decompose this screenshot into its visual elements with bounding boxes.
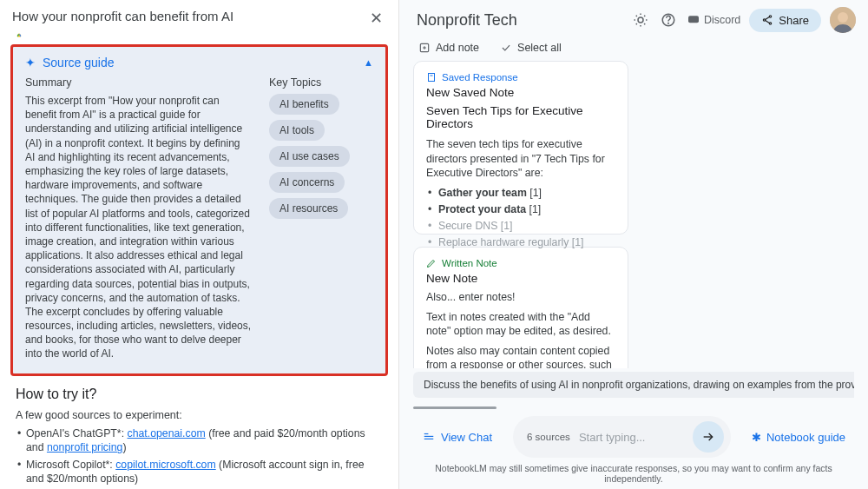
svg-point-12 — [770, 16, 772, 17]
svg-point-0 — [638, 17, 643, 23]
check-icon — [500, 42, 512, 54]
sparkle-icon: ✦ — [25, 56, 36, 69]
prompt-input[interactable]: 6 sources Start typing... — [513, 416, 731, 458]
help-icon[interactable] — [659, 10, 678, 30]
svg-point-14 — [770, 23, 772, 24]
topic-chip[interactable]: AI use cases — [269, 146, 350, 167]
svg-line-15 — [766, 17, 770, 20]
svg-line-6 — [644, 23, 645, 24]
card-body: Text in notes created with the "Add note… — [426, 310, 615, 339]
suggestion-chip[interactable]: Discuss the benefits of using AI in nonp… — [413, 372, 854, 398]
summary-text: This excerpt from "How your nonprofit ca… — [25, 94, 252, 361]
list-item: Secure DNS [1] — [438, 219, 615, 234]
arrow-right-icon — [701, 430, 715, 444]
notes-toolbar: Add note Select all — [399, 36, 868, 61]
source-guide-header[interactable]: ✦ Source guide ▲ — [25, 56, 373, 69]
svg-point-18 — [838, 12, 848, 23]
link[interactable]: copilot.microsoft.com — [115, 459, 216, 471]
card-body: Notes also may contain content copied fr… — [426, 344, 615, 368]
pencil-icon — [426, 258, 437, 268]
svg-line-5 — [636, 16, 637, 17]
link[interactable]: chat.openai.com — [127, 427, 205, 439]
link[interactable]: nonprofit pricing — [47, 441, 123, 453]
notebook-title: Nonprofit Tech — [417, 11, 622, 30]
source-guide-title: Source guide — [43, 56, 115, 69]
drive-icon — [12, 33, 26, 37]
notebook-guide-button[interactable]: ✱ Notebook guide — [743, 431, 854, 444]
prompt-placeholder: Start typing... — [579, 431, 684, 444]
list-item: Replace hardware regularly [1] — [438, 235, 615, 250]
list-item: Gather your team [1] — [438, 186, 615, 201]
card-title: New Saved Note — [426, 86, 615, 99]
how-to-try-section: How to try it? A few good sources to exp… — [0, 381, 398, 489]
right-header: Nonprofit Tech Discord Share — [399, 0, 868, 36]
scroll-indicator — [413, 406, 496, 409]
topic-chip[interactable]: AI resources — [269, 198, 348, 219]
sparkle-icon: ✱ — [752, 431, 761, 444]
bottom-bar: Discuss the benefits of using AI in nonp… — [399, 368, 868, 489]
bookmark-icon — [426, 72, 437, 83]
topic-chip[interactable]: AI concerns — [269, 172, 345, 193]
ai-tools-list: OpenAI's ChatGPT*: chat.openai.com (free… — [16, 426, 383, 489]
share-icon — [761, 14, 773, 26]
note-card[interactable]: Saved Response New Saved Note Seven Tech… — [413, 61, 628, 235]
source-guide-card: ✦ Source guide ▲ Summary This excerpt fr… — [10, 44, 388, 376]
share-button[interactable]: Share — [749, 9, 821, 32]
note-card[interactable]: Written Note New Note Also... enter note… — [413, 247, 628, 368]
topic-chip[interactable]: AI tools — [269, 120, 325, 141]
left-panel: How your nonprofit can benefit from AI ✕… — [0, 0, 399, 489]
topic-chip[interactable]: AI benefits — [269, 94, 339, 115]
send-button[interactable] — [693, 421, 724, 453]
card-subtitle: Seven Tech Tips for Executive Directors — [426, 104, 615, 130]
discord-button[interactable]: Discord — [687, 13, 740, 27]
right-panel: Nonprofit Tech Discord Share Add note Se… — [399, 0, 868, 489]
summary-label: Summary — [25, 76, 252, 89]
list-item: Protect your data [1] — [438, 202, 615, 217]
disclaimer-text: NotebookLM may still sometimes give inac… — [413, 463, 854, 484]
view-chat-button[interactable]: View Chat — [413, 431, 501, 444]
collapse-icon[interactable]: ▲ — [364, 57, 373, 68]
svg-line-8 — [644, 16, 645, 17]
list-item: Microsoft Copilot*: copilot.microsoft.co… — [26, 458, 383, 486]
source-doc-title: How your nonprofit can benefit from AI — [12, 9, 359, 23]
card-body: Also... enter notes! — [426, 290, 615, 305]
chat-icon — [422, 431, 436, 443]
left-header: How your nonprofit can benefit from AI ✕ — [0, 0, 398, 31]
notes-grid: Saved Response New Saved Note Seven Tech… — [399, 61, 868, 368]
saved-response-tag: Saved Response — [426, 72, 615, 83]
avatar[interactable] — [830, 7, 856, 33]
add-note-button[interactable]: Add note — [418, 42, 479, 54]
close-icon[interactable]: ✕ — [365, 9, 388, 28]
how-to-try-intro: A few good sources to experiment: — [16, 409, 383, 421]
written-note-tag: Written Note — [426, 258, 615, 268]
svg-rect-26 — [424, 433, 429, 434]
how-to-try-heading: How to try it? — [16, 387, 383, 402]
svg-rect-28 — [424, 439, 434, 439]
svg-rect-22 — [429, 74, 435, 82]
brightness-icon[interactable] — [631, 10, 650, 30]
svg-point-10 — [668, 23, 669, 23]
key-topics-label: Key Topics — [269, 76, 373, 89]
sources-count: 6 sources — [527, 432, 570, 442]
svg-rect-11 — [688, 16, 699, 23]
card-body: The seven tech tips for executive direct… — [426, 137, 615, 181]
list-item: OpenAI's ChatGPT*: chat.openai.com (free… — [26, 426, 383, 455]
svg-line-16 — [766, 21, 770, 23]
discord-icon — [687, 13, 700, 27]
card-title: New Note — [426, 272, 615, 285]
svg-line-7 — [636, 23, 637, 24]
svg-point-13 — [764, 19, 766, 21]
svg-rect-27 — [424, 436, 434, 437]
suggestions-row: Discuss the benefits of using AI in nonp… — [413, 372, 854, 398]
select-all-button[interactable]: Select all — [500, 42, 562, 54]
add-note-icon — [418, 42, 431, 54]
